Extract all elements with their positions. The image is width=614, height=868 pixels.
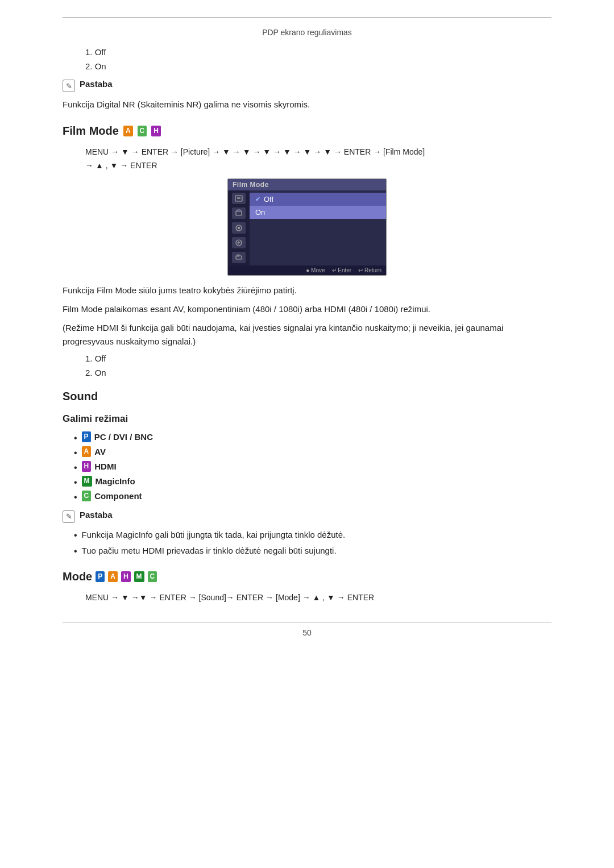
- mode-badge-c: C: [148, 571, 157, 582]
- film-mode-menu-screenshot: Film Mode: [227, 178, 387, 276]
- menu-row-empty3: [250, 228, 386, 232]
- mode-badge-h: H: [121, 571, 131, 582]
- label-component: Component: [94, 491, 142, 501]
- bullet-badge-row-component: C Component: [82, 491, 142, 501]
- bullet-badge-row-pc: P PC / DVI / BNC: [82, 431, 153, 442]
- note-icon: ✎: [63, 80, 75, 92]
- bullet-dot-magicinfo: •: [74, 478, 77, 487]
- film-mode-formula: MENU → ▼ → ENTER → [Picture] → ▼ → ▼ → ▼…: [85, 146, 551, 173]
- sound-note-label: Pastaba: [80, 510, 113, 520]
- bullet-dot-component: •: [74, 493, 77, 502]
- menu-sidebar: [228, 190, 250, 265]
- sidebar-icon-2: [232, 207, 246, 219]
- badge-h2: H: [82, 461, 92, 472]
- sidebar-icon-1: [232, 193, 246, 204]
- bullet-badge-row-av: A AV: [82, 446, 106, 457]
- badge-a2: A: [82, 446, 92, 457]
- sidebar-icon-5: [232, 252, 246, 263]
- sound-note-bullets: • Funkcija MagicInfo gali būti įjungta t…: [74, 529, 551, 558]
- bullet-badge-row-hdmi: H HDMI: [82, 461, 117, 472]
- badge-a: A: [123, 126, 133, 136]
- page-header: PDP ekrano reguliavimas: [63, 28, 551, 37]
- mode-badge-p: P: [96, 571, 105, 582]
- menu-footer: ● Move ↵ Enter ↩ Return: [228, 265, 386, 275]
- sidebar-icon-3: [232, 222, 246, 234]
- sound-note-bullet2: • Tuo pačiu metu HDMI prievadas ir tinkl…: [74, 545, 551, 558]
- mode-formula: MENU → ▼ →▼ → ENTER → [Sound]→ ENTER → […: [85, 591, 551, 605]
- svg-rect-4: [237, 210, 240, 211]
- bullet-magicinfo: • M MagicInfo: [74, 476, 551, 487]
- label-av: AV: [94, 447, 106, 456]
- menu-main: ✔ Off On: [250, 190, 386, 265]
- bullet-av: • A AV: [74, 446, 551, 458]
- sound-heading: Sound: [63, 390, 551, 403]
- mode-badge-a: A: [108, 571, 118, 582]
- digital-nr-item2: 2. On: [85, 61, 551, 71]
- film-mode-para3: (Režime HDMI ši funkcija gali būti naudo…: [63, 321, 551, 348]
- badge-h: H: [151, 126, 161, 136]
- film-mode-para1: Funkcija Film Mode siūlo jums teatro kok…: [63, 284, 551, 297]
- bottom-rule: [63, 622, 551, 622]
- bullet-pc: • P PC / DVI / BNC: [74, 431, 551, 443]
- badge-m2: M: [82, 476, 92, 487]
- digital-nr-note: ✎ Pastaba: [63, 79, 551, 92]
- sound-note: ✎ Pastaba: [63, 510, 551, 523]
- top-rule: [63, 17, 551, 18]
- menu-content: ✔ Off On: [228, 190, 386, 265]
- menu-title-bar: Film Mode: [228, 179, 386, 190]
- bullet-badge-row-magicinfo: M MagicInfo: [82, 476, 135, 487]
- header-title: PDP ekrano reguliavimas: [262, 28, 352, 37]
- sound-note-icon: ✎: [63, 510, 75, 523]
- sound-note-bullet1: • Funkcija MagicInfo gali būti įjungta t…: [74, 529, 551, 542]
- bullet-dot-av: •: [74, 448, 77, 458]
- mode-title: Mode: [63, 570, 92, 583]
- label-pc: PC / DVI / BNC: [94, 432, 153, 442]
- badge-c: C: [138, 126, 147, 136]
- sidebar-icon-4: [232, 237, 246, 248]
- bullet-hdmi: • H HDMI: [74, 461, 551, 472]
- label-magicinfo: MagicInfo: [96, 476, 135, 486]
- badge-p: P: [82, 431, 91, 442]
- menu-row-on: On: [250, 206, 386, 219]
- galimi-rezimai-heading: Galimi režimai: [63, 413, 551, 425]
- digital-nr-item1: 1. Off: [85, 47, 551, 57]
- mode-heading: Mode P A H M C: [63, 570, 551, 583]
- film-mode-heading: Film Mode A C H: [63, 124, 551, 138]
- bullet-dot-pc: •: [74, 434, 77, 443]
- page-number: 50: [302, 628, 312, 637]
- menu-row-off: ✔ Off: [250, 193, 386, 206]
- badge-c2: C: [82, 491, 92, 501]
- page-footer: 50: [63, 628, 551, 637]
- digital-nr-note-text: Funkcija Digital NR (Skaiteminis NR) gal…: [63, 98, 551, 111]
- film-mode-item2: 2. On: [85, 368, 551, 377]
- film-mode-para2: Film Mode palaikomas esant AV, komponent…: [63, 302, 551, 315]
- film-mode-item1: 1. Off: [85, 354, 551, 363]
- menu-row-empty2: [250, 223, 386, 228]
- film-mode-title: Film Mode: [63, 124, 119, 138]
- formula-line2: → ▲ , ▼ → ENTER: [85, 159, 551, 173]
- formula-line1: MENU → ▼ → ENTER → [Picture] → ▼ → ▼ → ▼…: [85, 146, 551, 159]
- note-label: Pastaba: [80, 79, 113, 89]
- page-container: PDP ekrano reguliavimas 1. Off 2. On ✎ P…: [63, 0, 551, 671]
- label-hdmi: HDMI: [94, 462, 116, 471]
- bullet-dot-hdmi: •: [74, 463, 77, 472]
- mode-formula-line: MENU → ▼ →▼ → ENTER → [Sound]→ ENTER → […: [85, 591, 551, 605]
- svg-point-6: [238, 227, 240, 229]
- bullet-component: • C Component: [74, 491, 551, 502]
- mode-badge-m: M: [134, 571, 144, 582]
- menu-row-empty1: [250, 219, 386, 223]
